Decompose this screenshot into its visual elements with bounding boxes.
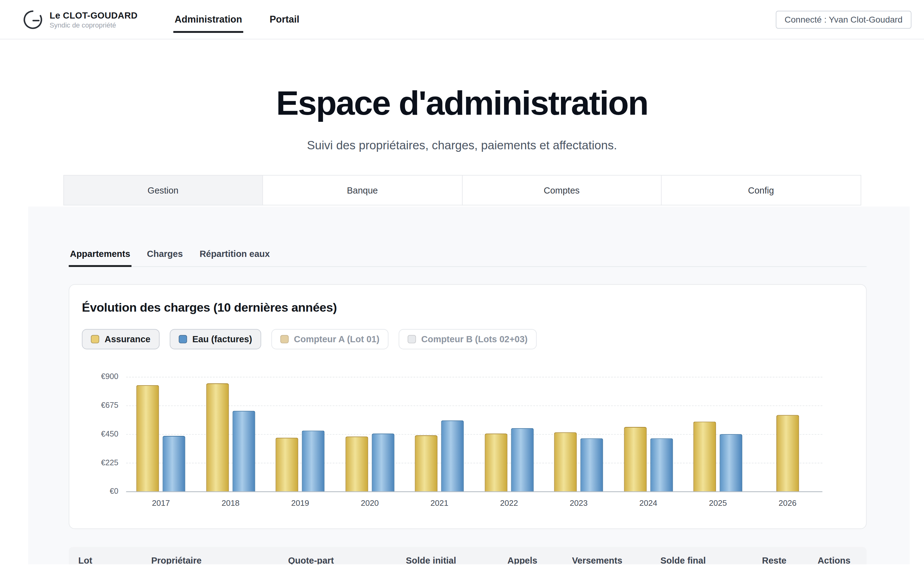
column-header-reste: Reste [762,555,818,564]
y-tick-label: €675 [101,400,119,410]
legend-label: Assurance [105,334,150,344]
page-subtitle: Suivi des propriétaires, charges, paieme… [0,138,924,152]
chart-legend: AssuranceEau (factures)Compteur A (Lot 0… [82,328,853,349]
column-header-appels: Appels [507,555,572,564]
column-header-solde-final: Solde final [661,555,762,564]
bar-assurance-2024 [624,427,646,491]
x-axis-label: 2024 [614,491,683,510]
legend-toggle-eau-factures[interactable]: Eau (factures) [170,328,261,349]
bar-eau-factures-2025 [720,434,742,491]
legend-swatch-icon [179,335,187,343]
legend-label: Eau (factures) [192,334,252,344]
x-axis-label: 2026 [753,491,823,510]
bar-group-2025: 2025 [683,376,753,510]
legend-label: Compteur B (Lots 02+03) [421,334,528,344]
brand: Le CLOT-GOUDARD Syndic de copropriété [23,9,137,30]
x-axis-label: 2021 [405,491,474,510]
bar-group-2021: 2021 [405,376,474,510]
bar-assurance-2022 [485,433,507,491]
x-axis-label: 2019 [265,491,335,510]
bar-assurance-2017 [137,385,159,491]
bar-assurance-2020 [345,436,368,491]
x-axis-label: 2018 [196,491,265,510]
column-header-quote-part: Quote-part [288,555,406,564]
bar-eau-factures-2020 [372,433,394,491]
nav-portail[interactable]: Portail [269,14,299,25]
bar-group-2024: 2024 [614,376,683,510]
bar-assurance-2023 [554,432,577,491]
column-header-solde-initial: Solde initial [406,555,507,564]
chart-title: Évolution des charges (10 dernières anné… [82,300,853,314]
subtab-charges[interactable]: Charges [146,243,184,266]
bar-assurance-2025 [694,422,716,491]
chart: €900€675€450€225€0 201720182019202020212… [82,376,853,510]
tab-banque[interactable]: Banque [262,175,462,205]
tab-config[interactable]: Config [661,175,861,205]
legend-swatch-icon [91,335,99,343]
bar-group-2018: 2018 [196,376,265,510]
bar-assurance-2026 [776,415,799,491]
chart-card: Évolution des charges (10 dernières anné… [69,284,867,529]
nav-administration[interactable]: Administration [175,14,242,25]
brand-logo-icon [23,9,43,30]
bar-group-2020: 2020 [335,376,405,510]
x-axis-label: 2023 [544,491,614,510]
bar-eau-factures-2021 [441,420,464,491]
subtab-appartements[interactable]: Appartements [69,243,131,266]
brand-tagline: Syndic de copropriété [50,22,137,29]
subtabs: AppartementsChargesRépartition eaux [69,243,867,267]
hero: Espace d'administration Suivi des propri… [0,39,924,152]
page: Le CLOT-GOUDARD Syndic de copropriété Ad… [0,0,924,567]
tab-comptes[interactable]: Comptes [462,175,662,205]
bar-assurance-2019 [276,438,298,491]
session-status[interactable]: Connecté : Yvan Clot-Goudard [776,10,912,28]
bar-eau-factures-2017 [163,436,185,491]
bar-group-2017: 2017 [126,376,196,510]
main-tabs: GestionBanqueComptesConfig [63,175,861,205]
bar-group-2022: 2022 [474,376,544,510]
chart-yaxis: €900€675€450€225€0 [82,376,126,510]
legend-toggle-compteur-a-lot-01[interactable]: Compteur A (Lot 01) [271,328,388,349]
legend-label: Compteur A (Lot 01) [294,334,379,344]
x-axis-label: 2022 [474,491,544,510]
bar-eau-factures-2022 [511,428,533,491]
bar-group-2023: 2023 [544,376,614,510]
bar-eau-factures-2023 [581,438,603,491]
bar-eau-factures-2019 [302,430,325,491]
chart-groups: 2017201820192020202120222023202420252026 [126,376,823,510]
x-axis-label: 2017 [126,491,196,510]
column-header-versements: Versements [572,555,661,564]
page-title: Espace d'administration [0,85,924,122]
column-header-proprietaire: Propriétaire [151,555,288,564]
subtab-repartition-eaux[interactable]: Répartition eaux [199,243,271,266]
brand-name: Le CLOT-GOUDARD [50,10,137,20]
y-tick-label: €0 [110,486,118,495]
table-header: LotPropriétaireQuote-partSolde initialAp… [69,547,867,564]
legend-swatch-icon [408,335,416,343]
bar-group-2019: 2019 [265,376,335,510]
main-nav: Administration Portail [175,14,299,25]
top-bar: Le CLOT-GOUDARD Syndic de copropriété Ad… [0,0,924,39]
tab-gestion[interactable]: Gestion [63,175,263,205]
x-axis-label: 2025 [683,491,753,510]
bar-eau-factures-2024 [650,438,673,491]
column-header-lot: Lot [78,555,151,564]
content-panel: AppartementsChargesRépartition eaux Évol… [28,206,910,564]
chart-plot: 2017201820192020202120222023202420252026 [126,376,823,510]
y-tick-label: €450 [101,429,119,438]
legend-toggle-compteur-b-lots-02-03[interactable]: Compteur B (Lots 02+03) [399,328,537,349]
y-tick-label: €900 [101,372,119,381]
bar-assurance-2018 [206,383,229,491]
legend-toggle-assurance[interactable]: Assurance [82,328,160,349]
y-tick-label: €225 [101,458,119,467]
bar-assurance-2021 [415,435,438,491]
x-axis-label: 2020 [335,491,405,510]
legend-swatch-icon [280,335,288,343]
bar-eau-factures-2018 [232,411,255,491]
bar-group-2026: 2026 [753,376,823,510]
brand-text: Le CLOT-GOUDARD Syndic de copropriété [50,10,137,29]
column-header-actions: Actions [817,555,867,564]
